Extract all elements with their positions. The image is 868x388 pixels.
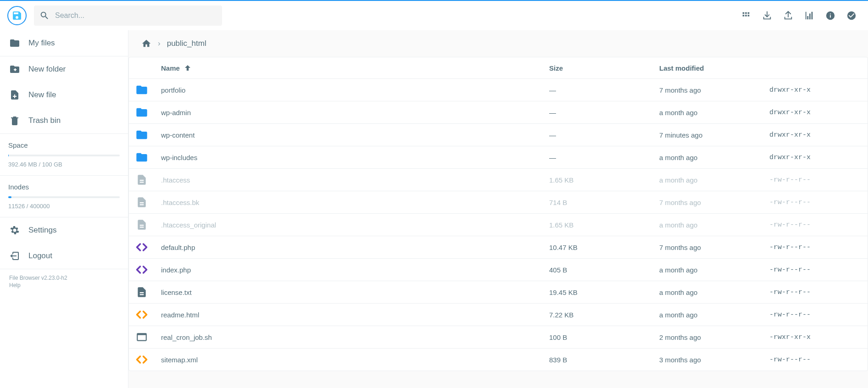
file-permissions: -rw-r--r-- [769, 199, 861, 206]
space-value: 392.46 MB / 100 GB [8, 161, 120, 168]
gear-icon [9, 225, 20, 236]
add-folder-icon [9, 64, 20, 75]
file-modified: 7 minutes ago [659, 131, 769, 139]
trash-icon [9, 115, 20, 126]
file-size: — [549, 109, 659, 116]
top-actions [740, 10, 861, 21]
table-row[interactable]: index.php405 Ba month ago-rw-r--r-- [129, 259, 868, 281]
table-row[interactable]: wp-includes—a month agodrwxr-xr-x [129, 146, 868, 169]
file-permissions: -rw-r--r-- [769, 244, 861, 251]
view-grid-button[interactable] [740, 10, 751, 21]
topbar [0, 0, 868, 30]
file-modified: 7 months ago [659, 86, 769, 94]
file-name: sitemap.xml [161, 356, 549, 364]
file-modified: a month ago [659, 176, 769, 184]
file-name: wp-includes [161, 154, 549, 161]
file-modified: a month ago [659, 109, 769, 116]
file-name: wp-content [161, 131, 549, 139]
sidebar-new-file[interactable]: New file [0, 82, 128, 108]
file-name: default.php [161, 244, 549, 251]
file-modified: a month ago [659, 154, 769, 161]
file-size: 714 B [549, 199, 659, 206]
file-type-icon [135, 286, 148, 299]
sidebar-settings[interactable]: Settings [0, 217, 128, 243]
file-permissions: -rw-r--r-- [769, 176, 861, 184]
table-row[interactable]: default.php10.47 KB7 months ago-rw-r--r-… [129, 236, 868, 259]
table-row[interactable]: wp-content—7 minutes agodrwxr-xr-x [129, 124, 868, 146]
file-permissions: -rwxr-xr-x [769, 333, 861, 341]
file-modified: 2 months ago [659, 333, 769, 341]
file-type-icon [135, 353, 148, 366]
search-input[interactable] [50, 11, 217, 20]
file-type-icon [135, 218, 148, 231]
file-size: 19.45 KB [549, 288, 659, 296]
col-name[interactable]: Name [161, 64, 549, 72]
file-size: — [549, 131, 659, 139]
inodes-label: Inodes [8, 183, 120, 191]
file-permissions: drwxr-xr-x [769, 86, 861, 94]
breadcrumb: › public_html [128, 30, 868, 57]
file-size: 405 B [549, 266, 659, 274]
table-row[interactable]: wp-admin—a month agodrwxr-xr-x [129, 101, 868, 124]
space-label: Space [8, 141, 120, 149]
file-name: .htaccess.bk [161, 199, 549, 206]
file-size: 1.65 KB [549, 176, 659, 184]
folder-icon [9, 38, 20, 49]
col-modified[interactable]: Last modified [659, 64, 769, 72]
search-box[interactable] [34, 6, 222, 26]
file-type-icon [135, 128, 148, 141]
file-size: — [549, 154, 659, 161]
file-name: index.php [161, 266, 549, 274]
file-name: wp-admin [161, 109, 549, 116]
file-permissions: -rw-r--r-- [769, 356, 861, 364]
upload-button[interactable] [783, 10, 794, 21]
download-button[interactable] [762, 10, 773, 21]
file-modified: 7 months ago [659, 244, 769, 251]
file-permissions: drwxr-xr-x [769, 154, 861, 161]
help-link[interactable]: Help [9, 282, 119, 288]
file-name: real_cron_job.sh [161, 333, 549, 341]
table-row[interactable]: .htaccess_original1.65 KBa month ago-rw-… [129, 214, 868, 236]
file-name: license.txt [161, 288, 549, 296]
col-size[interactable]: Size [549, 64, 659, 72]
table-row[interactable]: real_cron_job.sh100 B2 months ago-rwxr-x… [129, 326, 868, 349]
file-modified: a month ago [659, 221, 769, 229]
file-type-icon [135, 83, 148, 96]
table-row[interactable]: portfolio—7 months agodrwxr-xr-x [129, 79, 868, 101]
search-icon [39, 11, 50, 21]
space-stats: Space 392.46 MB / 100 GB [0, 134, 128, 176]
file-permissions: drwxr-xr-x [769, 131, 861, 139]
select-all-button[interactable] [846, 10, 857, 21]
file-name: .htaccess [161, 176, 549, 184]
sidebar-my-files[interactable]: My files [0, 30, 128, 56]
table-row[interactable]: sitemap.xml839 B3 months ago-rw-r--r-- [129, 349, 868, 371]
file-modified: 3 months ago [659, 356, 769, 364]
file-type-icon [135, 331, 148, 344]
file-modified: a month ago [659, 311, 769, 319]
sidebar-new-folder[interactable]: New folder [0, 56, 128, 82]
file-name: portfolio [161, 86, 549, 94]
file-name: readme.html [161, 311, 549, 319]
table-row[interactable]: license.txt19.45 KBa month ago-rw-r--r-- [129, 281, 868, 304]
file-size: 100 B [549, 333, 659, 341]
info-button[interactable] [825, 10, 836, 21]
stats-button[interactable] [804, 10, 815, 21]
file-modified: a month ago [659, 288, 769, 296]
version-text: File Browser v2.23.0-h2 [9, 275, 119, 281]
table-row[interactable]: readme.html7.22 KBa month ago-rw-r--r-- [129, 304, 868, 326]
file-size: — [549, 86, 659, 94]
main: › public_html Name Size Last modified po… [128, 30, 868, 388]
sidebar-logout[interactable]: Logout [0, 243, 128, 269]
home-icon[interactable] [141, 39, 151, 49]
file-permissions: -rw-r--r-- [769, 266, 861, 274]
sidebar-footer: File Browser v2.23.0-h2 Help [0, 269, 128, 295]
logo[interactable] [7, 6, 27, 25]
file-permissions: drwxr-xr-x [769, 109, 861, 116]
sidebar-trash[interactable]: Trash bin [0, 108, 128, 133]
table-row[interactable]: .htaccess1.65 KBa month ago-rw-r--r-- [129, 169, 868, 191]
file-type-icon [135, 241, 148, 254]
breadcrumb-current[interactable]: public_html [167, 39, 206, 48]
table-row[interactable]: .htaccess.bk714 B7 months ago-rw-r--r-- [129, 191, 868, 214]
file-table: Name Size Last modified portfolio—7 mont… [128, 57, 868, 371]
file-size: 10.47 KB [549, 244, 659, 251]
